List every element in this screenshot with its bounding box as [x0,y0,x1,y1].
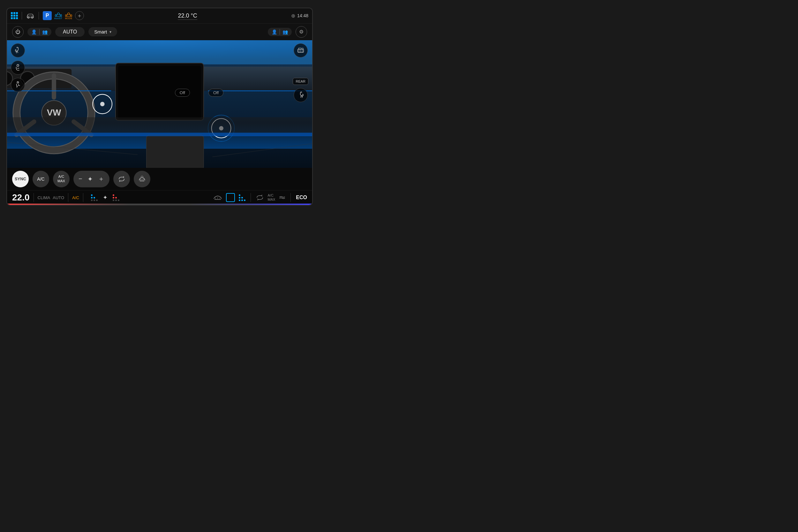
svg-rect-12 [7,40,312,64]
fan-icon: ✦ [88,175,93,183]
chevron-down-icon: ▾ [110,30,111,34]
power-button[interactable]: ⏻ [12,26,24,38]
fan-dots-left [91,194,98,201]
svg-point-29 [100,102,105,106]
child-seat-button[interactable] [11,78,25,92]
vent-right-off-button[interactable]: Off [208,89,224,97]
rear-window-defrost-button[interactable] [294,43,308,57]
status-bar: 22.0 CLIMA AUTO A/C ✦ [7,190,312,205]
driver-plus-icon: 👥 [42,30,48,35]
nav-divider-2 [39,12,39,19]
assist-label: AssiST [54,17,62,19]
car-visualization: VW [7,40,312,168]
fan-speed-control[interactable]: − ✦ ＋ [73,171,110,187]
ac-button[interactable]: A/C [33,171,49,187]
svg-point-10 [70,15,71,16]
driver-zone-control[interactable]: 👤 👥 [27,28,51,36]
driver-temp-display: 22.0 [12,192,30,203]
ac-max-button[interactable]: A/C MAX [53,171,70,187]
svg-rect-34 [147,135,204,168]
fan-dots-right [113,194,119,201]
time-area: ⊕ 14:48 [291,13,308,19]
dashboard-svg: VW [7,40,312,168]
status-acmax-label: A/CMAX [267,193,275,202]
add-button[interactable]: ＋ [75,11,84,20]
passenger-icon: 👤 [272,30,277,35]
fan-increase-button[interactable]: ＋ [98,175,104,183]
assist-button[interactable]: AssiST [54,12,62,19]
clock-display: 14:48 [297,13,308,18]
svg-point-9 [66,15,68,16]
status-auto-label: AUTO [53,195,64,200]
connectivity-icon: ⊕ [291,13,295,19]
active-vent-indicator [226,193,235,202]
clima-controls-row: ⏻ 👤 👥 AUTO Smart ▾ 👤 👥 ⚙ [7,24,312,40]
seat-heat-driver-button[interactable] [11,43,25,57]
status-right-area: A/CMAX ECO [213,193,307,202]
seat-heat-passenger-button[interactable] [294,88,308,102]
top-navigation: P AssiST [7,8,312,24]
status-fan-icon: ✦ [103,194,108,201]
seat-position-driver-button[interactable] [11,61,25,75]
mode-label: MODE [65,17,73,19]
auto-button[interactable]: AUTO [55,27,84,37]
svg-point-42 [17,81,19,83]
main-content: ⏻ 👤 👥 AUTO Smart ▾ 👤 👥 ⚙ [7,24,312,205]
svg-rect-33 [7,117,312,135]
driver-icon: 👤 [31,30,37,35]
svg-point-40 [17,64,19,66]
nav-divider-1 [22,12,22,19]
bottom-controls-row: SYNC A/C A/C MAX − ✦ ＋ [7,168,312,190]
rear-button[interactable]: REAR [293,78,308,85]
park-button[interactable]: P [43,11,52,20]
defrost-front-button[interactable] [134,171,150,187]
svg-point-4 [56,15,57,16]
fan-decrease-button[interactable]: − [78,175,82,183]
svg-rect-35 [7,132,312,136]
temperature-gradient-bar [7,204,312,205]
grid-menu-icon[interactable] [11,12,18,19]
eco-label: ECO [296,195,307,201]
mode-button[interactable]: MODE [65,12,73,19]
clima-label: CLIMA [38,195,51,200]
right-controls-column: REAR [293,43,308,165]
intensity-dots [239,194,245,201]
vw-clima-screen: P AssiST [6,8,313,206]
fan-level-indicators [91,194,98,201]
vent-left-off-button[interactable]: Off [175,89,190,97]
smart-button[interactable]: Smart ▾ [89,27,117,36]
status-ac-label: A/C [72,195,79,200]
temperature-center: 22.0 °C [87,13,288,19]
recirculate-button[interactable] [113,171,130,187]
passenger-plus-icon: 👥 [283,30,288,35]
svg-text:VW: VW [47,107,61,117]
passenger-zone-control[interactable]: 👤 👥 [268,28,292,36]
settings-button[interactable]: ⚙ [296,26,307,38]
sync-button[interactable]: SYNC [12,171,29,187]
svg-point-5 [60,15,61,16]
car-icon[interactable] [26,13,35,19]
left-controls-column [11,43,25,165]
